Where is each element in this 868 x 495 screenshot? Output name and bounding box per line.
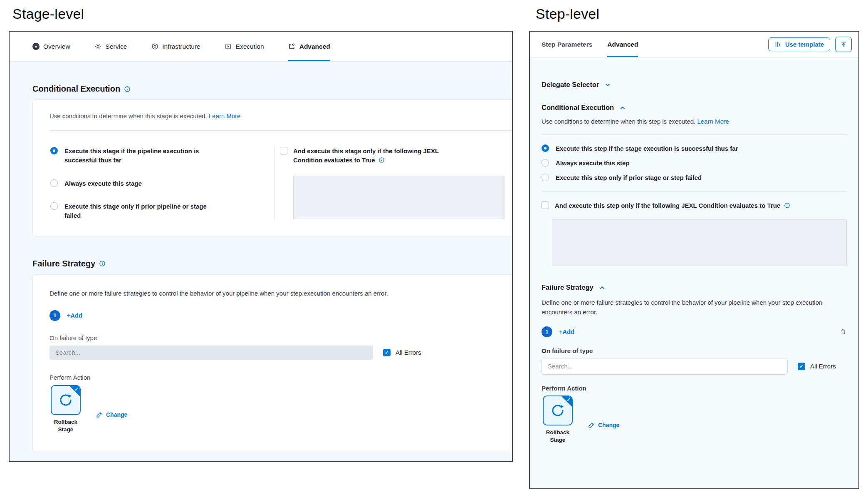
rollback-stage-tile[interactable]: ✓ [543, 396, 573, 425]
failure-strategy-title: Failure Strategy [542, 284, 594, 291]
tab-advanced[interactable]: Advanced [288, 32, 330, 61]
radio-unselected[interactable] [542, 174, 549, 181]
pencil-icon [588, 422, 595, 428]
all-errors-label: All Errors [396, 349, 421, 356]
radio-unselected[interactable] [50, 202, 58, 210]
failure-type-row: ✓ All Errors [49, 346, 513, 360]
upload-icon [840, 41, 847, 48]
failure-type-search-input[interactable] [542, 358, 788, 375]
radio-option-always-execute[interactable]: Always execute this stage [50, 179, 274, 188]
all-errors-checkbox-row[interactable]: ✓ All Errors [798, 362, 836, 370]
tab-label: Advanced [299, 43, 330, 50]
radio-label: Always execute this step [556, 159, 630, 168]
stage-panel: ∞ Overview Service Infrastructure Execu [9, 31, 513, 462]
action-name: Rollback Stage [542, 429, 574, 444]
step-panel: Step Parameters Advanced Use template De… [529, 31, 859, 489]
info-icon[interactable] [378, 157, 385, 163]
step-failure-strategy-header[interactable]: Failure Strategy [542, 284, 847, 291]
use-template-button[interactable]: Use template [768, 37, 830, 51]
radio-selected[interactable] [50, 147, 58, 154]
all-errors-checkbox-row[interactable]: ✓ All Errors [383, 348, 421, 356]
delegate-selector-title: Delegate Selector [542, 81, 599, 89]
step-failure-strategy-description: Define one or more failure strategies to… [542, 298, 835, 317]
conditional-execution-title: Conditional Execution [542, 104, 614, 112]
step-strategy-badge-row: 1 +Add [542, 326, 847, 337]
radio-unselected[interactable] [542, 159, 549, 167]
all-errors-checkbox[interactable]: ✓ [383, 349, 391, 356]
step-jexl-condition-textarea[interactable] [552, 219, 847, 266]
radio-label: Execute this step only if prior stage or… [556, 173, 702, 182]
radio-label: Always execute this stage [64, 179, 142, 188]
strategy-count-badge[interactable]: 1 [542, 326, 552, 337]
jexl-checkbox[interactable] [542, 201, 549, 209]
radio-option-pipeline-successful[interactable]: Execute this stage if the pipeline execu… [50, 147, 274, 165]
radio-label: Execute this stage only if prior pipelin… [64, 202, 219, 220]
save-as-template-button[interactable] [835, 37, 852, 52]
info-icon[interactable] [124, 86, 131, 92]
rollback-stage-tile[interactable]: ✓ [51, 385, 81, 415]
info-icon[interactable] [99, 260, 106, 267]
jexl-checkbox[interactable] [280, 147, 287, 154]
delegate-selector-header[interactable]: Delegate Selector [542, 81, 847, 89]
tab-label: Service [106, 43, 127, 50]
change-action-link[interactable]: Change [588, 406, 619, 444]
radio-unselected[interactable] [50, 179, 58, 187]
learn-more-link[interactable]: Learn More [697, 118, 729, 125]
jexl-condition-checkbox-row[interactable]: And execute this stage only if the follo… [280, 147, 513, 165]
tab-step-advanced[interactable]: Advanced [607, 32, 638, 57]
tab-execution[interactable]: Execution [225, 32, 264, 61]
radio-option-prior-failed[interactable]: Execute this stage only if prior pipelin… [50, 202, 274, 220]
perform-action-label: Perform Action [49, 374, 513, 381]
description-text: Use conditions to determine when this st… [49, 112, 207, 119]
pencil-icon [96, 411, 103, 418]
divider [49, 130, 513, 131]
section-title-text: Conditional Execution [32, 84, 120, 94]
tab-service[interactable]: Service [94, 32, 127, 61]
conditional-execution-columns: Execute this stage if the pipeline execu… [45, 147, 513, 220]
step-header: Step Parameters Advanced Use template [530, 32, 858, 57]
learn-more-link[interactable]: Learn More [209, 112, 241, 119]
chevron-up-icon [599, 284, 606, 291]
check-icon: ✓ [74, 386, 79, 392]
stage-tabbar: ∞ Overview Service Infrastructure Execu [10, 32, 512, 62]
description-text: Use conditions to determine when this st… [542, 118, 695, 125]
perform-action-row: ✓ Rollback Stage Change [49, 385, 513, 433]
add-strategy-button[interactable]: +Add [67, 312, 82, 319]
tab-step-parameters[interactable]: Step Parameters [542, 32, 592, 57]
add-strategy-button[interactable]: +Add [559, 328, 574, 335]
step-conditional-execution-header[interactable]: Conditional Execution [542, 104, 847, 112]
step-jexl-condition-checkbox-row[interactable]: And execute this step only if the follow… [542, 201, 847, 210]
tab-overview[interactable]: ∞ Overview [32, 32, 70, 61]
failure-strategy-description: Define one or more failure strategies to… [49, 290, 513, 297]
strategy-badge-row: 1 +Add [49, 310, 513, 321]
radio-label: Execute this step if the stage execution… [556, 144, 738, 153]
all-errors-checkbox[interactable]: ✓ [798, 363, 805, 370]
divider [542, 192, 847, 192]
info-icon[interactable] [784, 202, 790, 209]
conditional-execution-card: Use conditions to determine when this st… [32, 99, 513, 236]
screenshot-canvas: Stage-level Step-level ∞ Overview Servic… [0, 0, 868, 495]
library-icon [774, 41, 781, 48]
radio-option-stage-successful[interactable]: Execute this step if the stage execution… [542, 144, 847, 153]
tab-label: Execution [236, 43, 264, 50]
stage-content: Conditional Execution Use conditions to … [10, 62, 512, 461]
step-level-heading: Step-level [536, 6, 599, 22]
jexl-condition-textarea[interactable] [293, 176, 504, 219]
change-action-link[interactable]: Change [96, 396, 127, 433]
conditional-execution-description: Use conditions to determine when this st… [49, 112, 513, 119]
infrastructure-icon [151, 43, 158, 50]
strategy-count-badge[interactable]: 1 [49, 310, 60, 321]
delete-strategy-button[interactable] [840, 328, 847, 335]
radio-option-always-execute-step[interactable]: Always execute this step [542, 159, 847, 168]
jexl-label: And execute this stage only if the follo… [293, 147, 463, 165]
check-icon: ✓ [566, 397, 571, 403]
radio-selected[interactable] [542, 144, 549, 152]
radio-option-prior-step-failed[interactable]: Execute this step only if prior stage or… [542, 173, 847, 182]
use-template-label: Use template [785, 41, 824, 48]
failure-type-search-input[interactable] [49, 346, 373, 360]
tab-infrastructure[interactable]: Infrastructure [151, 32, 200, 61]
jexl-label: And execute this step only if the follow… [555, 201, 790, 210]
advanced-icon [288, 43, 296, 50]
action-tile-wrap: ✓ Rollback Stage [542, 396, 574, 444]
gear-icon [94, 43, 102, 50]
